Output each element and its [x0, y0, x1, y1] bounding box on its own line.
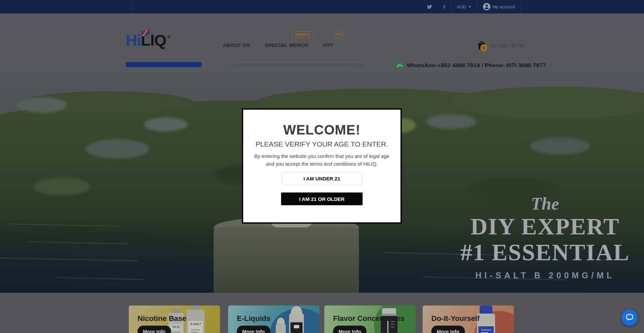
category-card-e-liquids[interactable]: E-Liquids More Info — [228, 306, 319, 333]
facebook-icon[interactable]: f — [443, 4, 445, 10]
shopping-bag-icon: 0 — [477, 40, 487, 50]
cart-label: My cart - $0.00 — [490, 43, 524, 48]
bottle-label: HILIQ — [170, 325, 182, 328]
card-title: Nicotine Base — [138, 314, 186, 323]
main-nav: ABOUT US SPECIAL MERCH BUNDLE HYT HOT — [223, 42, 333, 48]
bush — [34, 178, 91, 195]
bush — [144, 117, 188, 131]
cart-count-badge: 0 — [480, 44, 487, 51]
podium — [214, 227, 359, 293]
modal-body-line2: and you accept the terms and conditions … — [243, 160, 400, 168]
header: HiLIQ® ABOUT US SPECIAL MERCH BUNDLE HYT… — [0, 13, 644, 67]
currency-label: AUD — [457, 4, 466, 9]
bundle-badge: BUNDLE — [291, 31, 314, 38]
card-title: Do-It-Yourself — [431, 314, 480, 323]
nav-item-hyt[interactable]: HYT HOT — [323, 42, 333, 48]
nav-label: ABOUT US — [223, 42, 250, 48]
age-verification-modal: WELCOME! PLEASE VERIFY YOUR AGE TO ENTER… — [242, 108, 402, 224]
hero-subtitle: HI-SALT B 200MG/ML — [460, 271, 631, 280]
hero-tagline: The — [460, 194, 631, 214]
bush — [86, 139, 149, 159]
twitter-link[interactable] — [421, 0, 438, 13]
topbar-divider — [521, 0, 521, 13]
hot-badge: HOT — [335, 30, 344, 39]
facebook-link[interactable]: f — [438, 0, 451, 13]
category-card-nicotine-base[interactable]: HILIQ A-SALT Nicotine Base More Info — [129, 306, 220, 333]
hero-title-line2: #1 ESSENTIAL — [460, 239, 631, 265]
account-label: My account — [493, 4, 515, 9]
category-strip: HILIQ A-SALT Nicotine Base More Info — [0, 293, 644, 333]
nav-item-special-merch[interactable]: SPECIAL MERCH BUNDLE — [265, 42, 308, 48]
chevron-down-icon — [469, 6, 471, 8]
bush — [530, 137, 590, 155]
nav-label: HYT — [323, 42, 333, 48]
my-account-button[interactable]: My account — [477, 0, 521, 13]
cart-button[interactable]: 0 My cart - $0.00 — [477, 40, 524, 50]
modal-body: By entering the website you confirm that… — [243, 153, 400, 168]
more-info-button[interactable]: More Info — [333, 326, 367, 333]
category-card-flavor-concentrates[interactable]: Flavor Concentrates More Info — [324, 306, 416, 333]
account-icon — [483, 3, 490, 10]
bottle-label: A-SALT — [188, 322, 203, 326]
under-21-button[interactable]: I AM UNDER 21 — [282, 172, 362, 185]
twitter-icon[interactable] — [427, 4, 432, 9]
hero-title-line1: DIY EXPERT — [460, 214, 631, 239]
card-title: Flavor Concentrates — [333, 314, 405, 323]
hero-text-block: The DIY EXPERT #1 ESSENTIAL HI-SALT B 20… — [460, 194, 631, 280]
more-info-button[interactable]: More Info — [138, 326, 171, 333]
modal-body-line1: By entering the website you confirm that… — [243, 153, 400, 160]
chat-bubble-icon — [625, 313, 634, 322]
over-21-button[interactable]: I AM 21 OR OLDER — [281, 192, 363, 205]
registered-mark: ® — [167, 34, 170, 39]
more-info-button[interactable]: More Info — [431, 326, 465, 333]
topbar: f AUD My account — [0, 0, 644, 13]
page: f AUD My account HiLIQ® ABOUT U — [0, 0, 644, 333]
modal-title: WELCOME! — [243, 122, 400, 137]
card-title: E-Liquids — [237, 314, 270, 323]
topbar-right-cluster: f AUD My account — [421, 0, 521, 13]
nav-item-about-us[interactable]: ABOUT US — [223, 42, 250, 48]
chat-launcher-button[interactable] — [622, 310, 638, 326]
site-logo[interactable]: HiLIQ® — [126, 32, 170, 48]
nav-label: SPECIAL MERCH — [265, 42, 308, 48]
bush — [426, 114, 476, 129]
logo-text-hi: Hi — [126, 31, 141, 49]
category-card-do-it-yourself[interactable]: Do-It-Yourself More Info — [423, 306, 514, 333]
currency-dropdown[interactable]: AUD — [451, 0, 477, 13]
more-info-button[interactable]: More Info — [237, 326, 270, 333]
topbar-divider — [132, 0, 132, 13]
modal-subtitle: PLEASE VERIFY YOUR AGE TO ENTER. — [243, 140, 400, 148]
bush — [17, 97, 67, 113]
